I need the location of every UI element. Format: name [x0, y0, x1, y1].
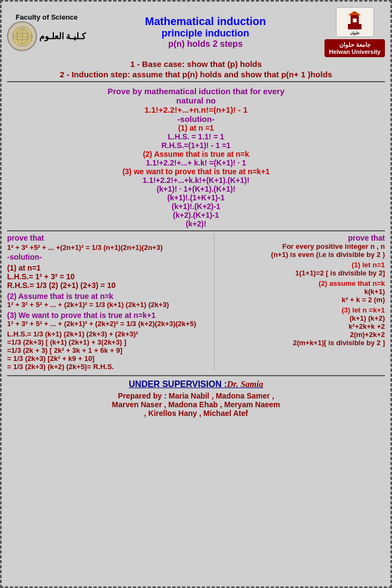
- pb2-lhs-w4: = 1/3 (2k+3) [2k² + k9 + 10]: [7, 354, 210, 363]
- divider2: [7, 230, 385, 231]
- title1: Mathematical induction: [86, 15, 324, 28]
- pb1-eq-k1-3: (k+1)!.(1+K+1)-1: [7, 193, 385, 202]
- pb3-line1: For every positive integer n , n: [219, 242, 385, 250]
- pb2-lhs-w1: L.H.S.= 1/3 (k+1) (2k+1) (2k+3) + (2k+3)…: [7, 330, 210, 338]
- pb2-lhs-w3: =1/3 (2k + 3) [ 2k² + 3k + 1 + 6k + 9]: [7, 346, 210, 354]
- faculty-info: Faculty of Science كـليـة العلـوم: [7, 13, 86, 51]
- title2: principle induction: [86, 28, 324, 39]
- arabic-name: كـليـة العلـوم: [39, 31, 86, 41]
- pb3-step3-eq3: 2(m)+2k+2: [219, 330, 385, 339]
- pb2-eq-main: 1² + 3² +5² + ... +(2n+1)² = 1/3 (n+1)(2…: [7, 243, 210, 252]
- pb1-eq-k1-1: 1.1!+2.2!+...+k.k!+(K+1).(K+1)!: [7, 176, 385, 185]
- pb3-step3-label: (3) let n =k+1: [219, 306, 385, 314]
- pb1-eq-k1-6: (k+2)!: [7, 219, 385, 228]
- pb2-eq-k: 1² + 3² + 5² + ... + (2k+1)² = 1/3 (k+1)…: [7, 301, 210, 309]
- pb3-step3-eq4: 2(m+k+1)[ is divisible by 2 ]: [219, 339, 385, 347]
- pb2-solution: -solution-: [7, 253, 210, 261]
- pb2-at-n1: (1) at n=1: [7, 264, 210, 272]
- prepared-line1: Prepared by : Maria Nabil , Madona Samer…: [7, 391, 385, 400]
- faculty-name: Faculty of Science: [16, 13, 78, 21]
- pb1-line2: natural no: [7, 96, 385, 105]
- pb1-lhs1: L.H.S. = 1.1! = 1: [7, 132, 385, 141]
- header: Faculty of Science كـليـة العلـوم Mathem…: [7, 7, 385, 57]
- step2-line: 2 - Induction step: assume that p(n) hol…: [7, 70, 385, 79]
- step1-line: 1 - Base case: show that (p) holds: [7, 59, 385, 69]
- pb1-eq-k: 1.1!+2.2!+...+ k.k! =(K+1)! · 1: [7, 158, 385, 167]
- pb3-statement: prove that: [219, 234, 385, 242]
- faculty-logo: [7, 21, 37, 51]
- footer-section: UNDER SUPERVISION :Dr. Samia Prepared by…: [7, 379, 385, 418]
- pb3-step2-label: (2) assume that n=k: [219, 279, 385, 287]
- prove-block-3: prove that For every positive integer n …: [214, 234, 385, 371]
- pb1-eq-k1-2: (k+1)! · 1+(K+1).(K+1)!: [7, 185, 385, 193]
- prove-block-2: prove that 1² + 3² +5² + ... +(2n+1)² = …: [7, 234, 214, 371]
- pb3-step2-eq1: k(k+1): [219, 287, 385, 296]
- prepared-line3: , Kirellos Hany , Michael Atef: [7, 409, 385, 418]
- pb1-line1: Prove by mathematical iduction that for …: [7, 87, 385, 96]
- pb1-rhs1: R.H.S.=(1+1)! - 1 =1: [7, 141, 385, 150]
- pb2-lhs-w2: =1/3 (2k+3) [ (k+1) (2k+1) + 3(2k+3) ]: [7, 338, 210, 346]
- pb2-assume: (2) Assume that is true at n=k: [7, 292, 210, 301]
- pb2-rhs: R.H.S.= 1/3 (2) (2+1) (2+3) = 10: [7, 281, 210, 290]
- pb1-at-n1: (1) at n =1: [7, 124, 385, 132]
- prepared-line2: Marven Naser , Madona Ehab , Meryam Naee…: [7, 400, 385, 409]
- pb2-lhs-w5: = 1/3 (2k+3) (k+2) (2k+5)= R.H.S.: [7, 363, 210, 371]
- pb1-solution: -solution-: [7, 114, 385, 124]
- pb1-eq-k1-4: (k+1)!.(K+2)-1: [7, 202, 385, 211]
- svg-text:حلوان: حلوان: [350, 31, 360, 35]
- prove-block-1: Prove by mathematical iduction that for …: [7, 87, 385, 228]
- page: Faculty of Science كـليـة العلـوم Mathem…: [0, 0, 392, 588]
- helwan-logo: حلوان: [336, 7, 374, 37]
- pb2-prove3: (3) We want to prove that is true at n=k…: [7, 311, 210, 320]
- pb1-assume: (2) Assume that is true at n=k: [7, 150, 385, 158]
- helwan-badge: جامعة حلوان Helwan University: [324, 39, 385, 57]
- pb2-lhs: L.H.S.= 1² + 3² = 10: [7, 272, 210, 281]
- svg-rect-7: [348, 24, 362, 29]
- helwan-arabic: جامعة حلوان: [339, 41, 371, 48]
- pb1-eq: 1.1!+2.2!+...+n.n!=(n+1)! - 1: [7, 105, 385, 114]
- pb3-line2: (n+1) is even (i.e is divisible by 2 ): [219, 250, 385, 259]
- pb3-step1-eq: 1(1+1)=2 [ is divisible by 2]: [219, 269, 385, 277]
- pb1-prove3: (3) we want to prove that is true at n=k…: [7, 167, 385, 176]
- under-supervision-label: UNDER SUPERVISION :Dr. Samia: [129, 379, 264, 389]
- pb3-step3-eq2: k²+2k+k +2: [219, 322, 385, 330]
- pb1-eq-k1-5: (k+2).(K+1)-1: [7, 211, 385, 219]
- header-center: Mathematical induction principle inducti…: [86, 15, 324, 49]
- pb3-step1-label: (1) let n=1: [219, 261, 385, 269]
- two-col-section: prove that 1² + 3² +5² + ... +(2n+1)² = …: [7, 234, 385, 371]
- divider3: [7, 375, 385, 376]
- svg-rect-9: [353, 19, 357, 22]
- pb3-step3-eq1: (k+1) (k+2): [219, 314, 385, 322]
- title3: p(n) holds 2 steps: [86, 39, 324, 49]
- pb2-statement: prove that: [7, 234, 210, 242]
- under-supervision: UNDER SUPERVISION :Dr. Samia: [7, 379, 385, 389]
- helwan-info: حلوان جامعة حلوان Helwan University: [324, 7, 385, 57]
- pb2-eq-k1: 1² + 3² + 5² + ... + (2k+1)² + (2k+2)² =…: [7, 320, 210, 328]
- helwan-english: Helwan University: [329, 48, 381, 55]
- pb3-step2-eq2: k² + k = 2 (m): [219, 296, 385, 304]
- divider1: [7, 81, 385, 82]
